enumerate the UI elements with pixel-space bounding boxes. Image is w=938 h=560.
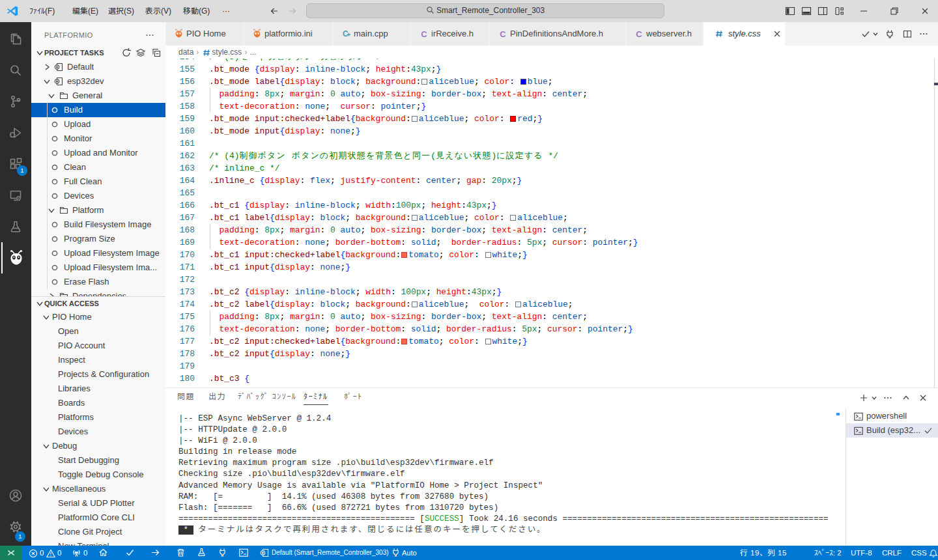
svg-text:C: C: [636, 29, 642, 39]
svg-text:C: C: [500, 29, 506, 39]
svg-text:C: C: [421, 29, 427, 39]
svg-text:C: C: [343, 29, 348, 38]
